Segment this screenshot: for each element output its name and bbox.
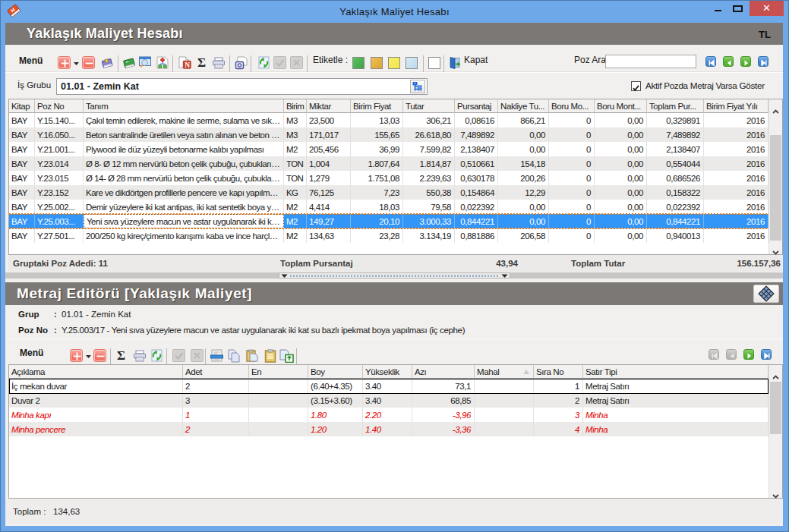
svg-text:Σ: Σ	[197, 56, 206, 69]
svg-text:N: N	[185, 61, 190, 69]
svg-text:Σ: Σ	[117, 349, 125, 362]
